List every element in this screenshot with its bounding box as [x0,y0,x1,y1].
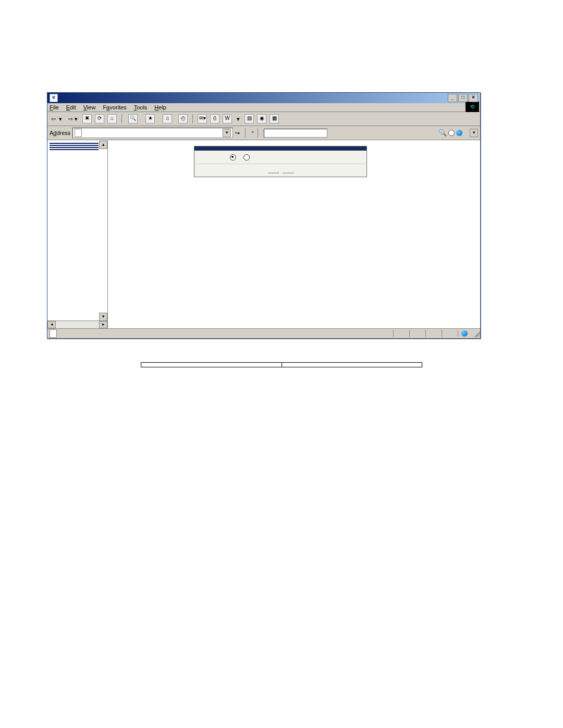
history-icon[interactable]: ◴ [178,114,188,124]
address-dropdown-icon[interactable]: ▾ [223,129,231,137]
trap-off-radio[interactable] [230,154,236,161]
window-close-button[interactable]: × [469,94,478,102]
menu-edit[interactable]: Edit [66,104,76,110]
address-label: Address [50,130,70,136]
discuss-icon[interactable]: ▤ [244,114,254,124]
ok-button[interactable] [267,171,279,174]
go-button[interactable]: ↪ [235,130,241,137]
magnifier-icon[interactable]: 🔍 [438,129,447,137]
copernic-search-input[interactable] [264,129,327,138]
sidebar: ▴ [47,141,108,328]
messenger-icon[interactable]: ◉ [257,114,266,124]
table-header-description [282,363,422,367]
table-header-item [141,363,282,367]
refresh-icon[interactable]: ⟳ [95,114,104,124]
menu-view[interactable]: View [83,104,96,110]
description-table [141,362,422,367]
ie-menubar: File Edit View Favorites Tools Help [47,103,480,112]
ie-throbber-icon: ⟲ [466,102,479,112]
trap-on-radio[interactable] [243,154,250,161]
links-label[interactable]: » [251,130,253,136]
ie-toolbar: ⇦ ▾ ⇨ ▾ ✖ ⟳ ⌂ 🔍 ★ ♫ ◴ ✉▾ ⎙ W ▾ ▤ ◉ ▦ [47,112,480,126]
sidebar-scroll-up[interactable]: ▴ [99,141,107,149]
sidebar-header-ems [50,147,99,148]
scope-radio[interactable] [448,130,455,136]
sidebar-header-syslog [50,145,99,146]
ie-app-icon: e [50,94,58,102]
edit-icon[interactable]: W [223,114,232,124]
sidebar-scroll-down[interactable]: ▾ [99,313,107,321]
menu-file[interactable]: File [50,104,59,110]
forward-button[interactable]: ⇨ ▾ [67,115,79,123]
sidebar-hscrollbar[interactable]: ◂ ▸ [47,320,107,328]
globe-icon [456,130,462,136]
page-icon [75,129,82,137]
resize-grip-icon[interactable] [473,330,480,337]
snmp-trap-panel [194,146,367,177]
ie-titlebar: e _ □ × [47,93,480,103]
ie-statusbar [47,328,480,338]
trap-row [194,151,366,164]
mail-icon[interactable]: ✉▾ [198,114,207,124]
ie-content: ▴ [47,140,480,328]
menu-help[interactable]: Help [154,104,166,110]
snmp-button-row [194,164,366,177]
menu-tools[interactable]: Tools [134,104,148,110]
zone-globe-icon [461,330,468,337]
media-button[interactable]: ♫ [161,114,175,124]
window-minimize-button[interactable]: _ [448,94,457,102]
cancel-button[interactable] [282,171,293,174]
hscroll-right-icon[interactable]: ▸ [99,321,107,328]
realplayer-icon[interactable]: ▦ [270,114,279,124]
favorites-button[interactable]: ★ [144,114,158,124]
home-icon[interactable]: ⌂ [107,114,117,124]
back-button[interactable]: ⇦ ▾ [50,115,64,123]
stop-icon[interactable]: ✖ [82,114,92,124]
sidebar-header-voip [50,149,99,150]
search-icon: 🔍 [128,114,138,124]
window-maximize-button[interactable]: □ [458,94,468,102]
ie-addressbar: Address ▾ ↪ » 🔍 ▾ [47,126,480,140]
section-heading [47,68,516,77]
scope-dropdown-icon[interactable]: ▾ [470,129,478,137]
search-button[interactable]: 🔍 [127,114,141,124]
print-icon[interactable]: ⎙ [210,114,219,124]
address-input[interactable]: ▾ [72,128,233,138]
favorites-icon: ★ [145,114,155,124]
main-content [108,141,480,328]
media-icon: ♫ [163,114,172,124]
ie-window: e _ □ × File Edit View Favorites Tools H… [47,92,481,339]
sidebar-header-provision [50,143,99,144]
status-page-icon [50,329,57,338]
snmp-panel-title [194,146,366,151]
hscroll-left-icon[interactable]: ◂ [47,321,56,328]
menu-favorites[interactable]: Favorites [103,104,126,110]
